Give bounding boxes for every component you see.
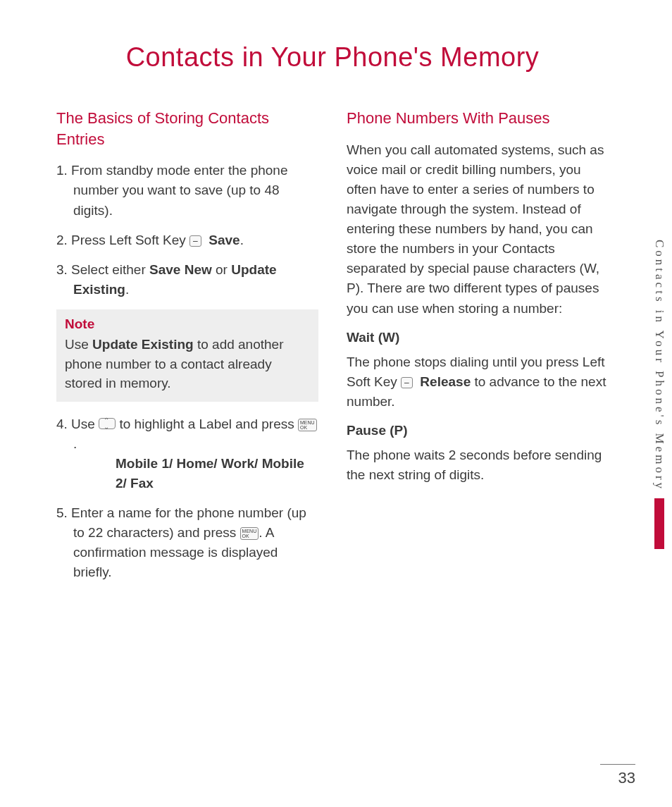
content-columns: The Basics of Storing Contacts Entries 1… [56,108,609,593]
manual-page: Contacts in Your Phone's Memory The Basi… [0,0,672,807]
wait-release: Release [420,374,471,389]
ok-key-icon: MENUOK [298,419,317,431]
step-2-save: Save [209,233,239,247]
section-heading-pauses: Phone Numbers With Pauses [347,108,609,129]
right-column: Phone Numbers With Pauses When you call … [347,108,609,593]
wait-body: The phone stops dialing until you press … [347,352,609,412]
left-column: The Basics of Storing Contacts Entries 1… [56,108,318,593]
page-number: 33 [600,764,635,787]
label-options: Mobile 1/ Home/ Work/ Mobile 2/ Fax [116,454,318,493]
step-5: 5. Enter a name for the phone number (up… [56,503,318,582]
step-3-prefix: 3. Select either [56,262,149,277]
pause-heading: Pause (P) [347,423,609,438]
note-box: Note Use Update Existing to add another … [56,309,318,402]
ok-key-icon: MENUOK [240,527,259,540]
side-tab-label: Contacts in Your Phone's Memory [652,240,666,491]
steps-list: 1. From standby mode enter the phone num… [56,161,318,300]
step-2-prefix: 2. Press Left Soft Key [56,233,189,247]
left-soft-key-icon: – [401,377,413,388]
step-4-mid: to highlight a Label and press [119,417,298,431]
step-4-suffix: . [73,436,77,451]
step-3-mid: or [212,262,231,277]
step-2: 2. Press Left Soft Key – Save. [56,230,318,250]
wait-heading: Wait (W) [347,330,609,345]
note-title: Note [65,316,310,332]
side-tab-bar [654,498,664,549]
step-4-prefix: 4. Use [56,417,99,431]
side-tab: Contacts in Your Phone's Memory [647,240,672,549]
step-3-savenew: Save New [149,262,212,277]
steps-list-cont: 4. Use to highlight a Label and press ME… [56,414,318,583]
step-1: 1. From standby mode enter the phone num… [56,161,318,220]
nav-key-icon [99,418,116,429]
step-4: 4. Use to highlight a Label and press ME… [56,414,318,493]
note-bold: Update Existing [92,337,194,352]
note-prefix: Use [65,337,92,352]
step-3-suffix: . [125,282,129,297]
pause-body: The phone waits 2 seconds before sending… [347,445,609,485]
pauses-intro: When you call automated systems, such as… [347,140,609,319]
step-3: 3. Select either Save New or Update Exis… [56,260,318,300]
left-soft-key-icon: – [189,235,201,247]
step-2-suffix: . [240,233,244,247]
note-body: Use Update Existing to add another phone… [65,335,310,393]
page-title: Contacts in Your Phone's Memory [56,42,609,73]
section-heading-basics: The Basics of Storing Contacts Entries [56,108,318,149]
